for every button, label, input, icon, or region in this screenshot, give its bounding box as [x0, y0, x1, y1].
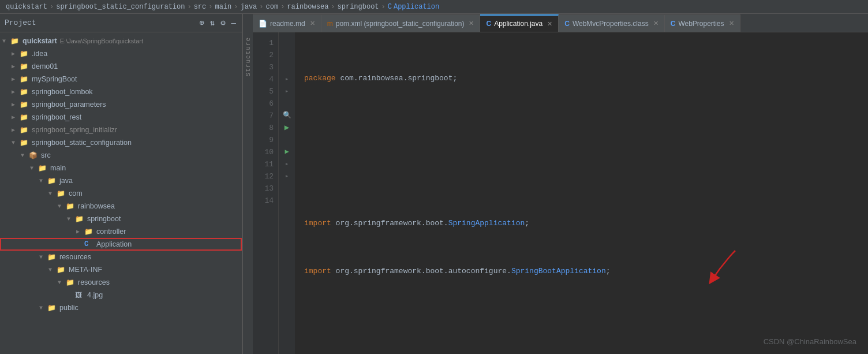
java-file-icon: C — [388, 3, 392, 11]
tab-webproperties[interactable]: C WebProperties ✕ — [665, 14, 740, 32]
gutter-row-5: ▸ — [280, 85, 294, 98]
tree-item-public[interactable]: ▼ 📁 public — [0, 301, 242, 314]
code-line-2 — [304, 121, 859, 133]
run-icon-2[interactable]: ▶ — [285, 147, 289, 158]
tab-close[interactable]: ✕ — [469, 20, 474, 27]
tree-item-lombok[interactable]: ▶ 📁 springboot_lombok — [0, 85, 242, 98]
folder-icon: 📁 — [84, 228, 95, 236]
tab-close[interactable]: ✕ — [729, 20, 734, 27]
tab-close[interactable]: ✕ — [547, 20, 552, 28]
fold-icon[interactable]: ▸ — [285, 87, 289, 97]
tree-item-controller[interactable]: ▶ 📁 controller — [0, 225, 242, 238]
arrow-icon: ▶ — [76, 228, 84, 235]
breadcrumb-item-rainbowsea[interactable]: rainbowsea — [287, 3, 328, 11]
folder-icon: 📁 — [75, 215, 85, 223]
arrow-icon: ▼ — [2, 38, 10, 44]
tree-item-meta-inf[interactable]: ▼ 📁 META-INF — [0, 263, 242, 276]
tree-item-src[interactable]: ▼ 📦 src — [0, 149, 242, 162]
structure-label: Structure — [245, 37, 252, 76]
gutter-row-12: ▸ — [280, 170, 294, 182]
tree-item-application[interactable]: ▶ C Application — [0, 238, 242, 251]
tree-item-com[interactable]: ▼ 📁 com — [0, 187, 242, 200]
breadcrumb-item-java[interactable]: java — [241, 3, 257, 11]
readme-icon: 📄 — [259, 20, 267, 28]
tree-item-quickstart[interactable]: ▼ 📁 quickstart E:\Java\SpringBoot\quicks… — [0, 35, 242, 47]
add-icon[interactable]: ⊕ — [198, 17, 205, 29]
breadcrumb-item-quickstart[interactable]: quickstart — [6, 3, 47, 11]
collapse-icon[interactable]: ⇅ — [209, 17, 216, 29]
folder-icon: 📁 — [20, 75, 30, 84]
arrow-icon: ▶ — [12, 88, 20, 95]
tab-application-java[interactable]: C Application.java ✕ — [480, 14, 559, 32]
gutter-row-9 — [280, 134, 294, 146]
gutter-row-4: ▸ — [280, 73, 294, 85]
arrow-icon: ▶ — [12, 50, 20, 57]
tree-label: quickstart — [23, 37, 57, 45]
tree-item-springboot[interactable]: ▼ 📁 springboot — [0, 213, 242, 225]
breadcrumb-item-com[interactable]: com — [266, 3, 279, 11]
settings-icon[interactable]: ⚙ — [219, 17, 226, 29]
tree-item-4jpg[interactable]: ▶ 🖼 4.jpg — [0, 289, 242, 301]
tree-item-idea[interactable]: ▶ 📁 .idea — [0, 47, 242, 60]
editor-area: 📄 readme.md ✕ m pom.xml (springboot_stat… — [253, 14, 868, 354]
code-content[interactable]: package com.rainbowsea.springboot; impor… — [295, 32, 868, 354]
run-icon[interactable]: ▶ — [285, 121, 289, 134]
fold-icon-12[interactable]: ▸ — [285, 172, 289, 182]
tree-item-main[interactable]: ▼ 📁 main — [0, 162, 242, 174]
folder-icon: 📁 — [20, 62, 30, 71]
arrow-icon: ▼ — [58, 203, 66, 210]
gutter-row-11: ▸ — [280, 158, 294, 170]
gutter-row-3 — [280, 61, 294, 73]
tree-item-spring-initializr[interactable]: ▶ 📁 springboot_spring_initializr — [0, 124, 242, 136]
tree-label: rainbowsea — [78, 202, 115, 210]
tree-item-parameters[interactable]: ▶ 📁 springboot_parameters — [0, 98, 242, 111]
breadcrumb-item-main[interactable]: main — [215, 3, 231, 11]
tab-label: WebProperties — [678, 20, 724, 28]
tree-label: java — [59, 177, 73, 185]
line-numbers: 1 2 3 4 5 6 7 8 9 10 11 12 13 14 — [253, 32, 279, 354]
arrow-icon: ▶ — [12, 114, 20, 121]
breadcrumb-item-springboot[interactable]: springboot — [338, 3, 379, 11]
tab-webmvc[interactable]: C WebMvcProperties.class ✕ — [559, 14, 665, 32]
tree-item-demo01[interactable]: ▶ 📁 demo01 — [0, 60, 242, 73]
tab-close[interactable]: ✕ — [653, 20, 659, 27]
tree-label: com — [69, 189, 83, 198]
tab-label: WebMvcProperties.class — [573, 20, 649, 28]
structure-tab[interactable]: Structure — [242, 14, 253, 354]
fold-icon-11[interactable]: ▸ — [285, 159, 289, 170]
search-gutter-icon[interactable]: 🔍 — [283, 110, 291, 121]
watermark: CSDN @ChinaRainbowSea — [764, 336, 856, 348]
gutter-row-14 — [280, 195, 294, 207]
tree-label: 4.jpg — [87, 291, 103, 299]
tree-label: Application — [96, 240, 132, 248]
arrow-icon: ▼ — [48, 191, 57, 197]
tree-item-resources[interactable]: ▼ 📁 resources — [0, 251, 242, 263]
tree-item-rest[interactable]: ▶ 📁 springboot_rest — [0, 111, 242, 124]
class-icon: C — [564, 20, 570, 28]
tree-item-static-config[interactable]: ▼ 📁 springboot_static_configuration — [0, 136, 242, 149]
tab-pom[interactable]: m pom.xml (springboot_static_configurati… — [321, 14, 481, 32]
breadcrumb-item-application: C Application — [388, 3, 439, 11]
tree-item-myspringboot[interactable]: ▶ 📁 mySpringBoot — [0, 73, 242, 85]
arrow-icon: ▼ — [48, 267, 57, 273]
tab-readme[interactable]: 📄 readme.md ✕ — [253, 14, 321, 32]
tab-close[interactable]: ✕ — [310, 20, 315, 27]
src-icon: 📦 — [29, 151, 39, 160]
folder-icon: 📁 — [20, 88, 30, 96]
folder-icon: 📁 — [10, 37, 21, 46]
gutter-row-2 — [280, 49, 294, 61]
arrow-icon: ▼ — [21, 152, 29, 159]
fold-icon[interactable]: ▸ — [285, 74, 289, 85]
minimize-icon[interactable]: — — [230, 17, 237, 29]
code-editor[interactable]: 1 2 3 4 5 6 7 8 9 10 11 12 13 14 — [253, 32, 868, 354]
tree-item-java[interactable]: ▼ 📁 java — [0, 174, 242, 187]
breadcrumb-item-src[interactable]: src — [194, 3, 207, 11]
arrow-icon: ▼ — [39, 254, 47, 260]
keyword-package: package — [304, 73, 336, 85]
breadcrumb-item-project[interactable]: springboot_static_configuration — [56, 3, 185, 11]
tree-item-resources-sub[interactable]: ▼ 📁 resources — [0, 276, 242, 289]
arrow-icon: ▼ — [67, 216, 75, 222]
tab-label: pom.xml (springboot_static_configuration… — [336, 20, 465, 28]
tree-item-rainbowsea[interactable]: ▼ 📁 rainbowsea — [0, 200, 242, 213]
code-line-6 — [304, 314, 859, 326]
